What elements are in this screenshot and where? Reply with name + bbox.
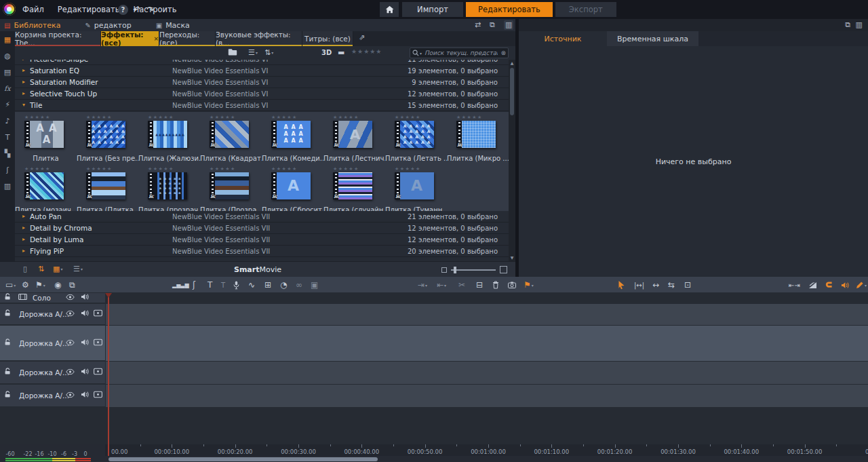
thumbnail-preview[interactable]: A fx [395, 172, 434, 199]
expand-arrow-icon[interactable]: ▸ [22, 213, 25, 219]
rating-stars[interactable]: ★★★★★ [148, 115, 200, 121]
mode-button[interactable]: Редактировать [466, 2, 553, 17]
rating-stars[interactable]: ★★★★★ [333, 115, 385, 121]
remove-gap-icon[interactable]: ⊟ [476, 277, 483, 293]
audio-split-icon[interactable]: ⇤⇥ [789, 277, 800, 293]
audio-ramp-icon[interactable] [808, 277, 817, 293]
razor-split-icon[interactable]: ✂ [458, 277, 465, 293]
track-audio-speaker-icon[interactable] [81, 339, 90, 348]
titles-icon[interactable]: T [2, 132, 13, 142]
grid-view-icon[interactable]: ▦▾ [53, 265, 62, 273]
effect-group-row[interactable]: ▸ Picture-In-Shape NewBlue Video Essenti… [15, 60, 509, 65]
track-visibility-eye-icon[interactable] [66, 368, 75, 377]
redo-icon[interactable]: ↷ [146, 0, 154, 19]
volume-keyframe-icon[interactable]: ∿ [248, 277, 255, 293]
multicam-editor-icon[interactable]: ⊞ [264, 277, 271, 293]
send-to-player-icon[interactable]: ⇄ [475, 20, 481, 30]
rating-stars[interactable]: ★★★★★ [210, 166, 262, 172]
effect-group-row[interactable]: ▸ Selective Touch Up NewBlue Video Essen… [15, 88, 509, 100]
smartmovie-button[interactable]: SmartMovie [234, 265, 281, 274]
filter-3d-button[interactable]: 3D [321, 49, 332, 56]
track-lane[interactable] [106, 326, 868, 361]
zoom-out-small-icon[interactable] [441, 267, 447, 273]
effect-group-row[interactable]: ▸ Auto Pan NewBlue Video Essentials VII … [15, 211, 509, 223]
rating-stars[interactable]: ★★★★★ [24, 166, 77, 172]
rating-stars[interactable]: ★★★★★ [271, 166, 323, 172]
sound-effects-icon[interactable]: ♪ [2, 116, 13, 126]
zoom-in-large-icon[interactable] [500, 266, 507, 273]
thumbnail-preview[interactable]: A A AA A AA A A fx [271, 121, 311, 148]
effect-group-row[interactable]: ▸ Saturation Modifier NewBlue Video Esse… [15, 77, 509, 88]
effect-thumbnail[interactable]: ★★★★★ fx Плитка (Плитка ... [77, 163, 138, 211]
library-tab[interactable]: Переходы: (все) [159, 31, 216, 46]
effect-thumbnail[interactable]: ★★★★★ a a a a aa a a a aa a a a aa a a a… [138, 163, 200, 211]
auto-edit-tools-icon[interactable]: ▾ [856, 277, 867, 293]
track-header[interactable]: Дорожка А/... [0, 362, 105, 384]
mark-in-icon[interactable]: ⇥▾ [418, 277, 427, 293]
audio-scrub-icon[interactable] [841, 277, 850, 293]
rating-stars[interactable]: ★★★★★ [395, 166, 447, 172]
list-view-icon[interactable]: ☰▾ [73, 265, 83, 273]
thumbnail-preview[interactable]: fx [210, 121, 249, 148]
thumbnail-preview[interactable]: fx [210, 172, 249, 199]
track-visibility-eye-icon[interactable] [66, 310, 75, 319]
audio-ducking-icon[interactable]: ʃ [193, 277, 195, 293]
track-lane[interactable] [106, 304, 868, 325]
copy-panel-icon[interactable]: ⧉ [490, 20, 495, 30]
browse-folder-icon[interactable] [228, 48, 237, 56]
help-icon[interactable]: ? [118, 0, 128, 19]
view-tab[interactable]: ✎ редактор [85, 21, 131, 30]
timeline-settings-gear-icon[interactable]: ⚙ [22, 277, 29, 293]
mode-button[interactable]: Экспорт [555, 2, 616, 17]
clear-search-icon[interactable]: ⊗ [500, 50, 506, 56]
rating-stars[interactable]: ★★★★★ [456, 115, 509, 121]
effect-thumbnail[interactable]: ★★★★★ A A A A AA A A A AA A A A AA A A A… [385, 112, 447, 163]
track-header[interactable]: Дорожка А/... [0, 304, 105, 325]
undo-icon[interactable]: ↶ [133, 0, 140, 19]
magnet-snap-icon[interactable] [825, 277, 833, 293]
thumbnail-preview[interactable]: A A A fx [24, 121, 64, 148]
audio-mixer-icon[interactable]: ▂▅▃▆ [172, 277, 189, 293]
view-tab[interactable]: ▤ Библиотека [4, 21, 60, 30]
effect-group-row[interactable]: ▸ Flying PiP NewBlue Video Essentials VI… [15, 246, 509, 257]
track-lock-icon[interactable] [4, 339, 11, 348]
library-scrollbar[interactable]: ▲ ▼ [509, 60, 515, 261]
track-monitor-icon[interactable] [94, 339, 102, 347]
effect-thumbnail[interactable]: ★★★★★ fx Плитка (случайн... [323, 163, 385, 211]
insert-tool-icon[interactable]: ↔ [652, 277, 659, 293]
library-tab[interactable]: Титры: (все) [302, 31, 353, 46]
select-tool-icon[interactable] [618, 277, 625, 293]
sync-refresh-icon[interactable]: ⇅ [38, 265, 44, 273]
snapshot-frame-icon[interactable]: ▣ [311, 277, 318, 293]
expand-arrow-icon[interactable]: ▸ [22, 90, 25, 96]
thumbnail-preview[interactable]: A fx [271, 172, 311, 199]
effect-thumbnail[interactable]: ★★★★★ A A AA A AA A A fx Плитка (Комеди.… [262, 112, 323, 163]
undock-preview-icon[interactable]: ⧉ [845, 20, 850, 30]
collections-icon[interactable]: ◍ [2, 51, 13, 61]
snapshot-camera-icon[interactable] [508, 277, 516, 293]
playhead-flag[interactable] [105, 293, 112, 298]
expand-arrow-icon[interactable]: ▸ [22, 225, 25, 231]
dual-preview-icon[interactable]: ▥ [856, 20, 863, 30]
paste-clip-icon[interactable]: ▯ [23, 265, 27, 273]
effect-group-row[interactable]: ▸ Detail by Luma NewBlue Video Essential… [15, 234, 509, 246]
thumbnail-preview[interactable]: a a a a aa a a a aa a a a aa a a a a fx [148, 172, 187, 199]
expand-arrow-icon[interactable]: ▸ [22, 236, 25, 242]
thumbnail-preview[interactable]: ▲▲▲▲▲▲▲▲▲ fx [148, 121, 187, 148]
track-audio-speaker-icon[interactable] [81, 368, 90, 377]
expand-arrow-icon[interactable]: ▸ [22, 248, 25, 254]
zoom-slider[interactable] [451, 269, 496, 271]
disc-menus-icon[interactable]: ▥ [2, 181, 13, 191]
playhead-line[interactable] [108, 293, 109, 456]
track-header[interactable]: Соло [0, 293, 105, 303]
clipboard-copy-icon[interactable]: ⧉ [69, 277, 75, 293]
panel-layout-icon[interactable]: ▥ [504, 20, 513, 30]
track-visibility-eye-icon[interactable] [66, 391, 75, 400]
track-label[interactable]: Дорожка А/... [19, 339, 69, 347]
rating-stars[interactable]: ★★★★★ [395, 115, 447, 121]
effect-thumbnail[interactable]: ★★★★★ A A A fx Плитка [15, 112, 77, 163]
link-clips-icon[interactable]: ∞ [296, 277, 302, 293]
effect-group-row[interactable]: ▾ Tile NewBlue Video Essentials VI 15 эл… [15, 100, 509, 111]
rating-stars[interactable]: ★★★★★ [86, 166, 138, 172]
disc-authoring-icon[interactable]: ◉ [54, 277, 61, 293]
